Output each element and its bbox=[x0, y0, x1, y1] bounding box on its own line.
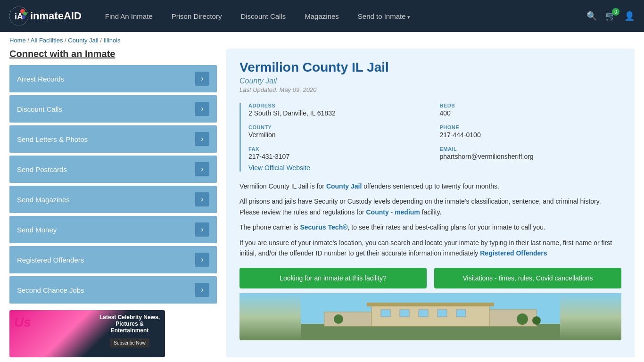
nav-magazines[interactable]: Magazines bbox=[305, 12, 339, 20]
svg-point-3 bbox=[23, 12, 27, 16]
beds-block: BEDS 400 bbox=[440, 103, 622, 117]
fax-label: FAX bbox=[248, 146, 430, 152]
sidebar: Connect with an Inmate Arrest Records › … bbox=[9, 49, 217, 357]
sidebar-label-discount-calls: Discount Calls bbox=[17, 105, 62, 113]
looking-for-inmate-button[interactable]: Looking for an inmate at this facility? bbox=[239, 268, 427, 288]
sidebar-item-send-magazines[interactable]: Send Magazines › bbox=[9, 186, 217, 213]
sidebar-item-second-chance-jobs[interactable]: Second Chance Jobs › bbox=[9, 276, 217, 304]
logo-area[interactable]: iA inmateAID bbox=[9, 7, 82, 25]
sidebar-item-arrest-records[interactable]: Arrest Records › bbox=[9, 65, 217, 92]
arrow-icon-discount-calls: › bbox=[195, 102, 209, 116]
ad-logo: Us bbox=[14, 315, 31, 330]
email-value: phartshorn@vermilionsheriff.org bbox=[440, 153, 622, 160]
visitations-button[interactable]: Visitations - times, rules, Covid cancel… bbox=[434, 268, 621, 288]
ad-subscribe-button[interactable]: Subscribe Now bbox=[110, 338, 149, 347]
fax-block: FAX 217-431-3107 bbox=[248, 146, 430, 160]
breadcrumb-all-facilities[interactable]: All Facilities bbox=[31, 37, 63, 44]
cart-badge: 0 bbox=[612, 8, 619, 16]
facility-type: County Jail bbox=[239, 77, 621, 85]
sidebar-item-send-postcards[interactable]: Send Postcards › bbox=[9, 156, 217, 183]
svg-rect-11 bbox=[419, 310, 428, 317]
sidebar-item-discount-calls[interactable]: Discount Calls › bbox=[9, 95, 217, 123]
sidebar-label-send-letters: Send Letters & Photos bbox=[17, 135, 88, 143]
securus-link[interactable]: Securus Tech® bbox=[300, 223, 347, 231]
sidebar-label-send-magazines: Send Magazines bbox=[17, 196, 70, 204]
sidebar-label-send-money: Send Money bbox=[17, 226, 57, 234]
ad-banner[interactable]: Us Latest Celebrity News, Pictures & Ent… bbox=[9, 310, 165, 357]
desc2: All prisons and jails have Security or C… bbox=[239, 196, 621, 217]
county-jail-link1[interactable]: County Jail bbox=[326, 182, 362, 190]
cart-icon[interactable]: 🛒 0 bbox=[605, 11, 616, 21]
svg-rect-10 bbox=[400, 310, 409, 317]
arrow-icon-send-postcards: › bbox=[195, 162, 209, 176]
desc3: The phone carrier is Securus Tech®, to s… bbox=[239, 222, 621, 232]
breadcrumb-home[interactable]: Home bbox=[9, 37, 26, 44]
sidebar-item-send-letters[interactable]: Send Letters & Photos › bbox=[9, 125, 217, 153]
svg-rect-15 bbox=[324, 312, 372, 326]
svg-rect-9 bbox=[381, 310, 390, 317]
svg-point-18 bbox=[532, 316, 541, 325]
nav-discount-calls[interactable]: Discount Calls bbox=[240, 12, 286, 20]
address-block: ADDRESS 2 South St, Danville, IL 61832 bbox=[248, 103, 430, 117]
email-block: EMAIL phartshorn@vermilionsheriff.org bbox=[440, 146, 622, 160]
address-value: 2 South St, Danville, IL 61832 bbox=[248, 109, 430, 117]
fax-value: 217-431-3107 bbox=[248, 153, 430, 160]
phone-label: PHONE bbox=[440, 124, 622, 130]
address-label: ADDRESS bbox=[248, 103, 430, 108]
nav-prison-directory[interactable]: Prison Directory bbox=[172, 12, 222, 20]
beds-label: BEDS bbox=[440, 103, 622, 108]
info-divider: ADDRESS 2 South St, Danville, IL 61832 B… bbox=[239, 103, 621, 172]
arrow-icon-send-money: › bbox=[195, 222, 209, 237]
svg-rect-8 bbox=[367, 303, 494, 306]
sidebar-label-second-chance-jobs: Second Chance Jobs bbox=[17, 286, 84, 294]
registered-offenders-link[interactable]: Registered Offenders bbox=[480, 249, 547, 257]
arrow-icon-send-letters: › bbox=[195, 132, 209, 146]
facility-image bbox=[239, 293, 621, 340]
facility-name: Vermilion County IL Jail bbox=[239, 60, 621, 75]
nav-find-inmate[interactable]: Find An Inmate bbox=[105, 12, 153, 20]
nav-send-to-inmate[interactable]: Send to Inmate bbox=[358, 12, 410, 20]
desc4: If you are unsure of your inmate's locat… bbox=[239, 238, 621, 259]
ad-title: Latest Celebrity News, Pictures & Entert… bbox=[99, 314, 160, 334]
user-icon[interactable]: 👤 bbox=[624, 11, 635, 21]
sidebar-label-send-postcards: Send Postcards bbox=[17, 165, 67, 173]
county-value: Vermilion bbox=[248, 131, 430, 139]
arrow-icon-registered-offenders: › bbox=[195, 253, 209, 267]
county-label: COUNTY bbox=[248, 124, 430, 130]
county-medium-link[interactable]: County - medium bbox=[366, 208, 420, 216]
svg-point-4 bbox=[22, 15, 25, 19]
svg-rect-13 bbox=[456, 310, 466, 317]
arrow-icon-arrest-records: › bbox=[195, 72, 209, 86]
logo-icon: iA bbox=[9, 7, 28, 25]
sidebar-item-send-money[interactable]: Send Money › bbox=[9, 216, 217, 243]
desc1: Vermilion County IL Jail is for County J… bbox=[239, 181, 621, 191]
logo-text: inmateAID bbox=[30, 10, 82, 22]
phone-value: 217-444-0100 bbox=[440, 131, 622, 139]
svg-point-17 bbox=[517, 313, 528, 325]
ad-content: Latest Celebrity News, Pictures & Entert… bbox=[99, 314, 160, 347]
svg-rect-12 bbox=[438, 310, 447, 317]
breadcrumb-state[interactable]: Illinois bbox=[103, 37, 120, 44]
official-website-link[interactable]: View Official Website bbox=[248, 164, 310, 172]
arrow-icon-send-magazines: › bbox=[195, 192, 209, 206]
svg-rect-14 bbox=[489, 310, 537, 326]
search-icon[interactable]: 🔍 bbox=[586, 11, 597, 21]
svg-point-16 bbox=[334, 314, 343, 324]
nav-links: Find An Inmate Prison Directory Discount… bbox=[105, 12, 572, 20]
header: iA inmateAID Find An Inmate Prison Direc… bbox=[0, 0, 644, 32]
main-content: Connect with an Inmate Arrest Records › … bbox=[0, 49, 644, 362]
action-buttons: Looking for an inmate at this facility? … bbox=[239, 268, 621, 288]
beds-value: 400 bbox=[440, 109, 622, 117]
sidebar-item-registered-offenders[interactable]: Registered Offenders › bbox=[9, 246, 217, 273]
sidebar-label-registered-offenders: Registered Offenders bbox=[17, 256, 84, 264]
phone-block: PHONE 217-444-0100 bbox=[440, 124, 622, 139]
connect-title: Connect with an Inmate bbox=[9, 49, 217, 59]
arrow-icon-second-chance-jobs: › bbox=[195, 283, 209, 297]
sidebar-label-arrest-records: Arrest Records bbox=[17, 75, 64, 83]
county-block: COUNTY Vermilion bbox=[248, 124, 430, 139]
facility-updated: Last Updated: May 09, 2020 bbox=[239, 86, 621, 93]
breadcrumb-county-jail[interactable]: County Jail bbox=[68, 37, 98, 44]
facility-detail: Vermilion County IL Jail County Jail Las… bbox=[226, 49, 635, 357]
breadcrumb: Home / All Facilities / County Jail / Il… bbox=[0, 32, 644, 49]
email-label: EMAIL bbox=[440, 146, 622, 152]
